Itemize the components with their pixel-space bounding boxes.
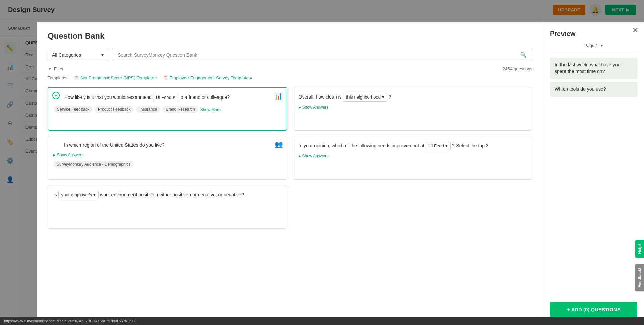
questions-grid: + 📊 How likely is it that you would reco… — [48, 87, 532, 229]
question-bank-modal: ✕ Question Bank All Categories ▾ 🔍 ▼ Fil… — [37, 22, 644, 325]
dropdown-arrow-5: ▾ — [93, 192, 96, 198]
question-1-tags: Service Feedback Product Feedback Insura… — [54, 106, 281, 113]
search-box: 🔍 — [112, 49, 532, 61]
show-more-link-1[interactable]: Show More — [200, 107, 221, 113]
templates-label: Templates: — [48, 75, 69, 80]
tag-brand-research[interactable]: Brand Research — [162, 106, 198, 113]
modal-right-panel: Preview Page 1 ▾ In the last week, what … — [543, 22, 644, 325]
question-1-text: How likely is it that you would recommen… — [64, 93, 271, 102]
tag-service-feedback[interactable]: Service Feedback — [54, 106, 93, 113]
question-5-text: Is your employer's ▾ work environment po… — [53, 191, 282, 199]
feedback-button[interactable]: Feedback! — [635, 264, 644, 291]
modal-left-panel: Question Bank All Categories ▾ 🔍 ▼ Filte… — [37, 22, 543, 325]
preview-question-2: Which tools do you use? — [550, 82, 637, 97]
question-4-text: In your opinion, which of the following … — [299, 142, 527, 150]
question-card-1[interactable]: + 📊 How likely is it that you would reco… — [48, 87, 287, 131]
show-answers-4[interactable]: ▶ Show Answers — [299, 154, 527, 158]
tag-demographics[interactable]: SurveyMonkey Audience - Demographics — [53, 161, 134, 168]
show-answers-2[interactable]: ▶ Show Answers — [299, 105, 527, 110]
category-dropdown-icon: ▾ — [101, 52, 104, 58]
question-3-text: In which region of the United States do … — [64, 142, 271, 149]
help-button[interactable]: Help! — [635, 240, 644, 258]
preview-page-selector[interactable]: Page 1 ▾ — [550, 43, 637, 52]
question-card-5[interactable]: Is your employer's ▾ work environment po… — [48, 185, 287, 229]
templates-row: Templates: 📋 Net Promoter® Score (NPS) T… — [48, 75, 532, 80]
search-icon: 🔍 — [520, 52, 527, 58]
preview-page-label: Page 1 — [584, 43, 598, 48]
dropdown-arrow: ▾ — [173, 94, 175, 101]
dropdown-arrow-2: ▾ — [382, 94, 384, 101]
template-link-nps[interactable]: 📋 Net Promoter® Score (NPS) Template » — [74, 75, 158, 80]
url-bar: https://www.surveymonkey.com/create/?sm=… — [0, 317, 644, 325]
template-link-engagement[interactable]: 📋 Employee Engagement Survey Template » — [163, 75, 252, 80]
question-type-3-icon: 👥 — [275, 140, 283, 148]
show-answers-3[interactable]: ▶ Show Answers — [53, 153, 282, 157]
template-engagement-icon: 📋 — [163, 76, 168, 80]
filter-icon: ▼ — [48, 66, 52, 71]
tag-product-feedback[interactable]: Product Feedback — [95, 106, 134, 113]
filter-button[interactable]: ▼ Filter — [48, 66, 64, 71]
question-3-tags: SurveyMonkey Audience - Demographics — [53, 161, 282, 168]
question-2-text: Overall, how clean is this neighborhood … — [299, 93, 527, 102]
question-1-dropdown[interactable]: UI Feed ▾ — [153, 93, 178, 102]
tag-insurance[interactable]: Insurance — [136, 106, 160, 113]
preview-page-dropdown-icon: ▾ — [601, 43, 603, 48]
question-card-3[interactable]: 👥 In which region of the United States d… — [48, 136, 287, 180]
dropdown-arrow-4: ▾ — [445, 143, 448, 149]
questions-count: 2454 questions — [503, 66, 532, 71]
category-select[interactable]: All Categories ▾ — [48, 49, 108, 61]
search-input[interactable] — [118, 52, 517, 58]
question-card-4[interactable]: In your opinion, which of the following … — [293, 136, 533, 180]
preview-title: Preview — [550, 30, 637, 38]
question-4-dropdown[interactable]: UI Feed ▾ — [426, 142, 451, 150]
question-type-1-icon: 📊 — [274, 92, 283, 100]
filter-row: ▼ Filter 2454 questions — [48, 66, 532, 71]
template-nps-icon: 📋 — [74, 76, 79, 80]
search-row: All Categories ▾ 🔍 — [48, 49, 532, 61]
add-question-1-icon: + — [52, 92, 60, 99]
question-5-dropdown[interactable]: your employer's ▾ — [58, 191, 99, 199]
modal-title: Question Bank — [48, 31, 532, 41]
show-answers-triangle-3: ▶ — [53, 153, 56, 157]
question-card-2[interactable]: Overall, how clean is this neighborhood … — [293, 87, 533, 131]
preview-question-1: In the last week, what have you spent th… — [550, 58, 637, 79]
show-answers-triangle-4: ▶ — [299, 154, 301, 158]
question-2-dropdown[interactable]: this neighborhood ▾ — [343, 93, 387, 102]
show-answers-triangle-2: ▶ — [299, 106, 301, 109]
add-questions-button[interactable]: + ADD (0) QUESTIONS — [550, 302, 637, 317]
close-button[interactable]: ✕ — [630, 25, 641, 36]
